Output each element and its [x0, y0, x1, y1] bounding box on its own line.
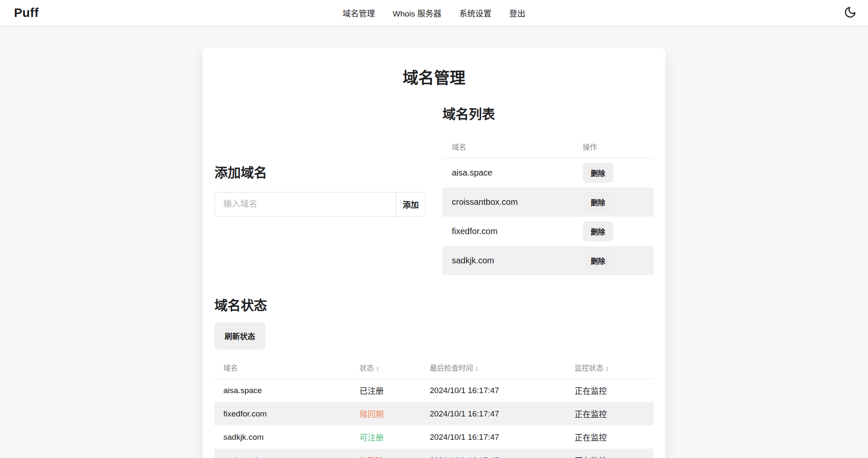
column-header-last-check: 最后检查时间↕ — [421, 356, 566, 379]
domain-list-heading: 域名列表 — [442, 103, 654, 123]
column-header-last-check-label: 最后检查时间 — [430, 364, 473, 372]
domain-status-table: 域名 状态↕ 最后检查时间↕ 监控状态↕ aisa.space 已注册 2024… — [214, 356, 654, 458]
add-domain-button[interactable]: 添加 — [396, 192, 426, 217]
domain-cell: fixedfor.com — [214, 402, 351, 425]
moon-icon — [844, 6, 857, 20]
column-header-status-label: 状态 — [359, 364, 374, 372]
domain-status-section: 域名状态 刷新状态 域名 状态↕ 最后检查时间↕ 监控状态↕ ais — [214, 295, 654, 458]
table-row: fixedfor.com 删除 — [442, 217, 654, 246]
monitor-cell: 正在监控 — [566, 425, 654, 449]
domain-list-table: 域名 操作 aisa.space 删除 croissantbox.com 删除 … — [442, 135, 654, 275]
column-header-domain: 域名 — [442, 135, 573, 158]
status-cell: 已注册 — [351, 379, 421, 402]
domain-list-section: 域名列表 域名 操作 aisa.space 删除 croissantbox.co… — [442, 103, 654, 275]
column-header-monitor-label: 监控状态 — [575, 364, 604, 372]
domain-cell: fixedfor.com — [442, 217, 573, 246]
domain-status-heading: 域名状态 — [214, 295, 654, 314]
last-check-cell: 2024/10/1 16:17:47 — [421, 402, 566, 425]
status-cell: 可注册 — [351, 425, 421, 449]
domain-cell: croissantbox.com — [442, 187, 573, 217]
nav-item-whois-servers[interactable]: Whois 服务器 — [392, 7, 441, 19]
sort-icon[interactable]: ↕ — [376, 365, 379, 372]
domain-list-header-row: 域名 操作 — [442, 135, 654, 158]
delete-button[interactable]: 删除 — [583, 192, 613, 212]
column-header-status: 状态↕ — [351, 356, 421, 379]
main-nav: 域名管理 Whois 服务器 系统设置 登出 — [342, 7, 525, 19]
monitor-cell: 正在监控 — [566, 402, 654, 425]
table-row: aisa.space 已注册 2024/10/1 16:17:47 正在监控 — [214, 379, 654, 402]
nav-item-domain-management[interactable]: 域名管理 — [342, 7, 375, 19]
table-row: fixedfor.com 赎回期 2024/10/1 16:17:47 正在监控 — [214, 402, 654, 425]
delete-button[interactable]: 删除 — [583, 163, 613, 183]
column-header-domain: 域名 — [214, 356, 351, 379]
nav-item-system-settings[interactable]: 系统设置 — [459, 7, 492, 19]
refresh-status-button[interactable]: 刷新状态 — [214, 322, 265, 349]
navbar: Puff 域名管理 Whois 服务器 系统设置 登出 — [0, 0, 868, 25]
main-card: 域名管理 添加域名 添加 域名列表 域名 操作 — [203, 47, 665, 458]
last-check-cell: 2024/10/1 16:17:47 — [421, 449, 566, 458]
monitor-cell: 正在监控 — [566, 379, 654, 402]
domain-cell: aisa.space — [214, 379, 351, 402]
domain-input[interactable] — [214, 192, 396, 217]
table-row: aisa.space 删除 — [442, 158, 654, 187]
status-header-row: 域名 状态↕ 最后检查时间↕ 监控状态↕ — [214, 356, 654, 379]
content-columns: 添加域名 添加 域名列表 域名 操作 aisa.space — [214, 103, 654, 275]
table-row: croissantbox.com 待删除 2024/10/1 16:17:47 … — [214, 449, 654, 458]
domain-cell: croissantbox.com — [214, 449, 351, 458]
theme-toggle-button[interactable] — [842, 4, 859, 21]
last-check-cell: 2024/10/1 16:17:47 — [421, 379, 566, 402]
delete-button[interactable]: 删除 — [583, 221, 613, 241]
add-domain-form: 添加 — [214, 192, 426, 217]
status-cell: 待删除 — [351, 449, 421, 458]
add-domain-heading: 添加域名 — [214, 162, 426, 181]
add-domain-section: 添加域名 添加 — [214, 103, 426, 275]
status-table-wrap: 域名 状态↕ 最后检查时间↕ 监控状态↕ aisa.space 已注册 2024… — [214, 356, 654, 458]
column-header-monitor: 监控状态↕ — [566, 356, 654, 379]
monitor-cell: 正在监控 — [566, 449, 654, 458]
table-row: sadkjk.com 删除 — [442, 246, 654, 275]
domain-cell: sadkjk.com — [214, 425, 351, 449]
column-header-actions: 操作 — [573, 135, 654, 158]
sort-icon[interactable]: ↕ — [475, 365, 479, 372]
sort-icon[interactable]: ↕ — [606, 365, 609, 372]
last-check-cell: 2024/10/1 16:17:47 — [421, 425, 566, 449]
delete-button[interactable]: 删除 — [583, 251, 613, 271]
domain-cell: sadkjk.com — [442, 246, 573, 275]
table-row: croissantbox.com 删除 — [442, 187, 654, 217]
table-row: sadkjk.com 可注册 2024/10/1 16:17:47 正在监控 — [214, 425, 654, 449]
app-logo: Puff — [14, 6, 39, 20]
nav-item-logout[interactable]: 登出 — [509, 7, 526, 19]
domain-cell: aisa.space — [442, 158, 573, 187]
status-cell: 赎回期 — [351, 402, 421, 425]
page-title: 域名管理 — [214, 65, 654, 88]
